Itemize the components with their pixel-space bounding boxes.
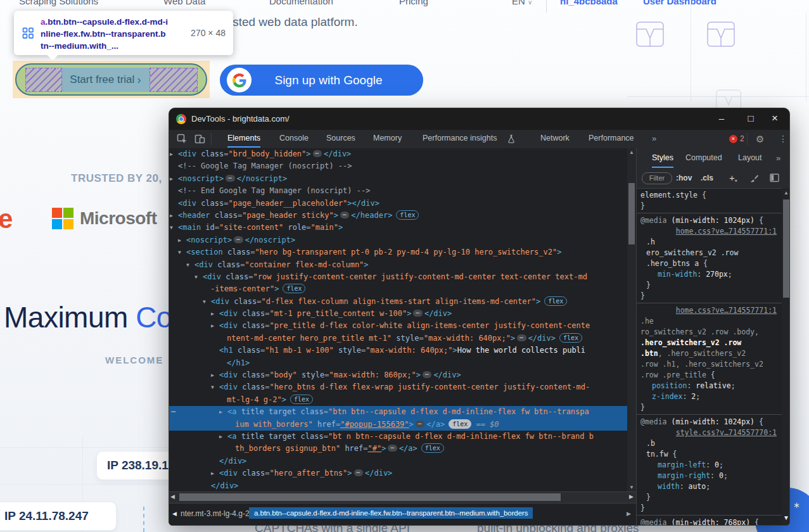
styles-vertical-scrollbar[interactable]: ▲ ▼ [782, 188, 790, 525]
dom-node-row[interactable]: ium with_borders" href="#popup-155639">⋯… [169, 419, 627, 431]
class-toggle[interactable]: .cls [701, 168, 713, 187]
tab-console[interactable]: Console [279, 130, 309, 146]
style-rule-line[interactable]: .h [637, 237, 782, 248]
scroll-down-icon[interactable]: ▼ [627, 484, 636, 490]
tab-memory[interactable]: Memory [373, 130, 402, 146]
tab-elements[interactable]: Elements [227, 130, 260, 148]
style-rule-line[interactable]: element.style { [637, 190, 782, 201]
style-lnk[interactable]: home.css?ve…714557771:1 [676, 306, 777, 315]
style-rule-line[interactable]: z-index: 2; [637, 391, 782, 402]
tab-computed[interactable]: Computed [685, 149, 722, 167]
tab-performance[interactable]: Performance [589, 130, 634, 146]
breadcrumb-scroll-left-icon[interactable]: ◀ [172, 510, 177, 517]
style-rule-line[interactable]: tn.fw { [637, 449, 782, 460]
maximize-button[interactable]: □ [741, 108, 760, 129]
dom-node-row[interactable]: ▶<header class="page_header sticky">⋯</h… [169, 210, 627, 222]
expand-ellipsis-icon[interactable]: ⋯ [423, 371, 431, 378]
nav-documentation[interactable]: Documentation [269, 0, 333, 6]
breadcrumb-selected-item[interactable]: a.btn.btn--capsule.d-flex.d-md-inline-fl… [249, 507, 533, 519]
scrollbar-thumb[interactable] [783, 200, 789, 298]
inspect-element-icon[interactable] [177, 134, 188, 144]
elements-vertical-scrollbar[interactable]: ▲ ▼ [627, 148, 636, 491]
menu-dots-icon[interactable]: ⋮ [779, 130, 787, 148]
dom-node-row[interactable]: -items-center">flex [169, 283, 627, 295]
tree-arrow-icon[interactable]: ▼ [186, 259, 194, 271]
style-rule-line[interactable]: width: auto; [637, 481, 782, 492]
device-toolbar-icon[interactable] [194, 134, 205, 144]
dom-node-row[interactable]: ▶<div class="hero_after_btns">⋯</div> [169, 467, 627, 479]
style-rule-line[interactable]: .hero_switchers_v2 .row [637, 338, 782, 348]
nav-scraping-solutions[interactable]: Scraping Solutions [19, 0, 98, 6]
style-rule-line[interactable]: } [637, 280, 782, 291]
dom-node-row[interactable]: mt-lg-4 g-2">flex [169, 394, 627, 406]
style-rule-line[interactable]: ero_switchers_v2 .row [637, 248, 782, 258]
expand-ellipsis-icon[interactable]: ⋯ [226, 175, 234, 182]
new-style-rule-icon[interactable]: +▾ [729, 168, 737, 190]
style-rule-line[interactable]: @media (min-width: 1024px) { [637, 417, 782, 428]
close-button[interactable]: × [765, 108, 784, 129]
tree-arrow-icon[interactable]: ▶ [170, 173, 178, 185]
expand-ellipsis-icon[interactable]: ⋯ [234, 236, 243, 243]
style-rule-line[interactable]: } [637, 402, 782, 413]
style-rule-line[interactable]: .btn, .hero_switchers_v2 [637, 348, 782, 359]
account-link[interactable]: hl_4bcb8ada [560, 0, 618, 6]
elements-horizontal-scrollbar[interactable]: ◀ ▶ [169, 491, 636, 503]
expand-ellipsis-icon[interactable]: ⋯ [313, 150, 322, 157]
tab-styles[interactable]: Styles [652, 149, 673, 168]
tree-arrow-icon[interactable]: ▼ [178, 246, 186, 258]
scroll-up-icon[interactable]: ▲ [627, 149, 636, 155]
flex-badge[interactable]: flex [283, 284, 305, 293]
expand-ellipsis-icon[interactable]: ⋯ [517, 334, 526, 341]
stylesheet-link[interactable]: style.css?v…714557770:1 [637, 428, 782, 438]
dom-node-row[interactable]: ▼<div class="row justify-content-center … [169, 271, 627, 283]
error-counter[interactable]: × 2 [729, 134, 744, 143]
style-lnk[interactable]: style.css?v…714557770:1 [676, 428, 777, 437]
tab-network[interactable]: Network [540, 130, 570, 146]
tree-arrow-icon[interactable]: ▶ [211, 308, 219, 320]
expand-ellipsis-icon[interactable]: ⋯ [416, 421, 424, 428]
style-rule-line[interactable]: } [637, 492, 782, 503]
more-panels-icon[interactable]: » [776, 149, 780, 167]
style-rule-line[interactable]: margin-left: 0; [637, 460, 782, 471]
style-rule-line[interactable]: .row .pre_title { [637, 370, 782, 381]
tree-arrow-icon[interactable]: ▼ [194, 271, 203, 283]
scroll-left-icon[interactable]: ◀ [170, 493, 175, 500]
tree-arrow-icon[interactable]: ▶ [178, 234, 186, 246]
styles-filter-input[interactable]: Filter [642, 172, 672, 184]
style-rule-line[interactable]: } [637, 503, 782, 514]
dom-node-row[interactable]: ▶<div class="brd_body_hidden">⋯</div> [169, 148, 627, 160]
minimize-button[interactable]: – [712, 108, 731, 129]
flex-badge[interactable]: flex [544, 296, 567, 306]
dom-node-row[interactable]: ▼<section class="hero bg-transparent pt-… [169, 246, 627, 258]
user-dashboard-link[interactable]: User Dashboard [643, 0, 717, 6]
style-rule-line[interactable]: .b [637, 438, 782, 449]
scrollbar-thumb[interactable] [628, 183, 635, 244]
scroll-right-icon[interactable]: ▶ [629, 493, 634, 500]
dom-node-row[interactable]: ⋯▶<a title target class="btn btn--capsul… [169, 406, 627, 418]
breadcrumb-scroll-right-icon[interactable]: ▶ [627, 510, 631, 517]
devtools-titlebar[interactable]: DevTools - brightdata.com/ – □ × [169, 108, 789, 130]
dom-node-row[interactable]: ▶<noscript>⋯</noscript> [169, 173, 627, 185]
stylesheet-link[interactable]: home.css?ve…714557771:1 [637, 226, 782, 237]
style-rule-line[interactable]: min-width: 270px; [637, 269, 782, 280]
nav-pricing[interactable]: Pricing [399, 0, 428, 6]
style-rule-line[interactable]: } [637, 291, 782, 301]
expand-ellipsis-icon[interactable]: ⋯ [388, 445, 397, 452]
dom-node-row[interactable]: ▶<div class="pre_title d-flex color-whit… [169, 320, 627, 332]
flex-badge[interactable]: flex [449, 419, 471, 429]
tree-arrow-icon[interactable]: ▶ [211, 320, 219, 332]
style-rule-line[interactable]: .he [637, 316, 782, 327]
dom-node-row[interactable]: <div class="page_header__placeholder"></… [169, 198, 627, 210]
language-selector[interactable]: EN ∨ [512, 0, 532, 6]
expand-ellipsis-icon[interactable]: ⋯ [413, 310, 422, 317]
gear-icon[interactable]: ⚙ [756, 130, 764, 148]
dom-node-row[interactable]: ▶<noscript>⋯</noscript> [169, 234, 627, 246]
dom-node-row[interactable]: <!-- End Google Tag Manager (noscript) -… [169, 185, 627, 197]
dom-node-row[interactable]: <h1 class="h1 mb-1 w-100" style="max-wid… [169, 345, 627, 357]
flex-badge[interactable]: flex [421, 443, 444, 453]
dom-node-row[interactable]: ▼<div class="d-flex flex-column align-it… [169, 296, 627, 308]
style-rule-line[interactable]: } [637, 201, 782, 212]
tab-sources[interactable]: Sources [326, 130, 355, 146]
node-menu-icon[interactable]: ⋯ [171, 406, 176, 418]
flex-badge[interactable]: flex [290, 395, 313, 404]
